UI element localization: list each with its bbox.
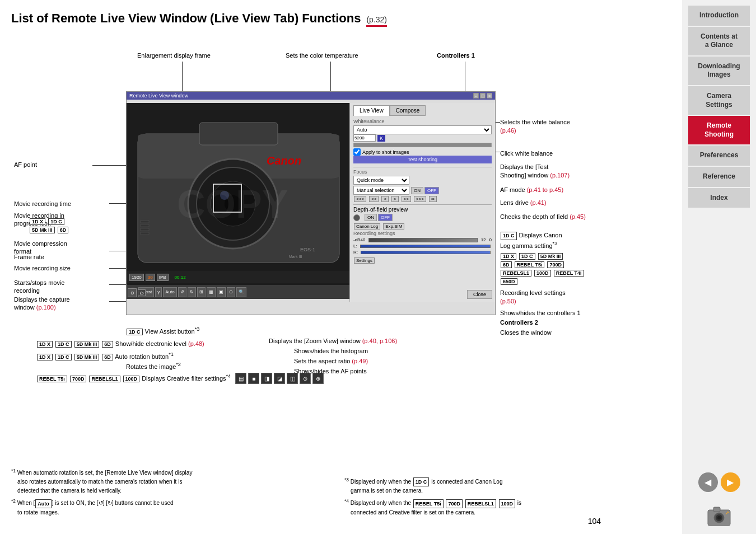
ann-frame-rate: Frame rate xyxy=(14,254,44,260)
nav-arrows: ◀ ▶ xyxy=(698,472,740,492)
rot-ccw-btn[interactable]: ↺ xyxy=(178,287,186,297)
sidebar-btn-introduction[interactable]: Introduction xyxy=(688,6,750,26)
dof-section: Depth-of-field preview ON OFF xyxy=(353,207,492,221)
cf-icon-5[interactable]: ◫ xyxy=(287,373,298,384)
wb-select[interactable]: Auto xyxy=(353,125,492,134)
lens-near3-btn[interactable]: >> xyxy=(402,196,411,202)
rec-r-row: R: xyxy=(353,250,492,255)
rec-l-label: L: xyxy=(353,243,357,249)
sidebar-btn-preferences[interactable]: Preferences xyxy=(688,146,750,166)
apply-to-shot-checkbox[interactable] xyxy=(353,148,361,156)
dof-circle-icon xyxy=(353,214,360,221)
cf-icon-3[interactable]: ◨ xyxy=(261,373,272,384)
cf-icon-6[interactable]: ⊙ xyxy=(300,373,311,384)
ann-closes-window: Closes the window xyxy=(500,329,552,336)
sidebar-btn-index[interactable]: Index xyxy=(688,188,750,208)
badge-6d-rec: 6D xyxy=(58,227,69,233)
cf-icon-4[interactable]: ◪ xyxy=(274,373,285,384)
separator-2 xyxy=(353,204,492,205)
quick-mode-select[interactable]: Quick mode xyxy=(353,176,409,185)
lens-far-btn[interactable]: <<< xyxy=(354,196,366,202)
wb-slider[interactable] xyxy=(353,143,492,147)
nav-prev-btn[interactable]: ◀ xyxy=(698,472,718,492)
top-label-color-temp: Sets the color temperature xyxy=(286,52,358,59)
sidebar-btn-contents[interactable]: Contents ata Glance xyxy=(688,27,750,55)
badge-700d-r: 700D xyxy=(547,261,564,268)
camera-body-area: Canon EOS-1 Mark III COPY xyxy=(132,117,345,274)
af-pts-btn[interactable]: ▦ xyxy=(207,287,216,297)
folder-icon[interactable]: 🗁 xyxy=(138,289,146,296)
ann-1dc-models-row3: REBELSL1 100D REBEL T4i xyxy=(500,269,585,277)
manual-sel-select[interactable]: Manual selection xyxy=(353,186,409,195)
page-number: 104 xyxy=(588,517,601,526)
rec-settings-label: Recording settings xyxy=(353,231,492,236)
cf-icon-2[interactable]: ■ xyxy=(248,373,259,384)
dof-label: Depth-of-field preview xyxy=(353,207,408,213)
window-title: Remote Live View window xyxy=(129,93,473,99)
maximize-btn[interactable]: □ xyxy=(480,93,486,99)
wb-temp-input[interactable] xyxy=(353,134,376,142)
panel-close-btn[interactable]: Close xyxy=(467,290,492,299)
recording-size-bar: 1920 30 IPB 00:12 xyxy=(127,271,351,283)
page-title: List of Remote Live View Window (Live Vi… xyxy=(11,11,671,27)
focus-onoff: ON OFF xyxy=(411,187,439,194)
badge-auto-fn2: Auto xyxy=(35,499,52,508)
ann-capture-window: Displays the capturewindow (p.100) xyxy=(14,296,70,312)
bottom-left-icons: ⊙ 🗁 xyxy=(128,288,146,297)
lens-near2-btn[interactable]: > xyxy=(391,196,399,202)
badge-6d-r2: 6D xyxy=(501,261,512,268)
rot-cw-btn[interactable]: ↻ xyxy=(188,287,196,297)
lens-far2-btn[interactable]: << xyxy=(369,196,379,202)
focus-on-btn[interactable]: ON xyxy=(411,187,423,194)
focus-off-btn[interactable]: OFF xyxy=(424,187,439,194)
test-shooting-btn[interactable]: Test shooting xyxy=(353,156,492,163)
lens-near-btn[interactable]: < xyxy=(381,196,389,202)
dof-off-btn[interactable]: OFF xyxy=(378,214,393,221)
badge-5dmk3-ar: 5D Mk III xyxy=(74,354,100,360)
close-window-btn[interactable]: × xyxy=(487,93,492,99)
rec-level-bar-rr xyxy=(361,251,491,254)
auto-rot-btn[interactable]: Auto xyxy=(163,287,176,297)
cf-icon-1[interactable]: ▤ xyxy=(235,373,246,384)
ann-zoom-view: Displays the [Zoom View] window (p.40, p… xyxy=(269,338,397,344)
lens-near4-btn[interactable]: >>> xyxy=(414,196,426,202)
rec-zero-val: 0 xyxy=(489,237,492,242)
title-text: List of Remote Live View Window (Live Vi… xyxy=(11,11,361,26)
svg-rect-14 xyxy=(141,228,149,231)
wb-k-btn[interactable]: K xyxy=(377,135,385,142)
canon-log-btn[interactable]: Canon Log xyxy=(354,223,380,229)
capture-icon[interactable]: ⊙ xyxy=(128,288,137,297)
lens-inf-btn[interactable]: ∞ xyxy=(429,196,437,202)
dof-onoff-row: ON OFF xyxy=(353,214,492,221)
aspect-btn[interactable]: ⊞ xyxy=(197,287,206,297)
sidebar-btn-downloading[interactable]: DownloadingImages xyxy=(688,57,750,85)
main-content: List of Remote Live View Window (Live Vi… xyxy=(0,0,682,534)
ann-controllers2: Controllers 2 xyxy=(500,319,538,326)
sidebar-btn-reference[interactable]: Reference xyxy=(688,167,750,187)
line-enlargement xyxy=(182,62,183,95)
tab-live-view[interactable]: Live View xyxy=(353,105,390,116)
camera-window: Remote Live View window - □ × xyxy=(126,91,496,315)
badge-1dc-log: 1D C xyxy=(501,232,517,240)
cf-icon-7[interactable]: ⊕ xyxy=(312,373,324,384)
badge-1dc-fn3: 1D C xyxy=(413,477,430,486)
zoom-btn[interactable]: 🔍 xyxy=(236,287,246,297)
rec-level-bar-r xyxy=(360,245,491,248)
capture-btn[interactable]: ⊙ xyxy=(227,287,235,297)
sidebar-btn-remote-shooting[interactable]: RemoteShooting xyxy=(688,116,750,144)
rec-pos-val: 12 xyxy=(481,237,486,242)
line-rec-size xyxy=(109,268,126,269)
settings-btn[interactable]: Settings xyxy=(354,257,375,264)
tab-compose[interactable]: Compose xyxy=(390,105,426,116)
ann-canon-log: 1D C Displays CanonLog gamma setting*3 xyxy=(500,231,562,250)
ann-aspect: Sets the aspect ratio (p.49) xyxy=(294,358,368,364)
nav-next-btn[interactable]: ▶ xyxy=(721,472,740,492)
gamma-btn[interactable]: γ xyxy=(155,287,162,297)
badge-1dc-ar: 1D C xyxy=(55,354,72,360)
exp-sim-btn[interactable]: Exp.SIM xyxy=(383,223,404,229)
histogram-btn[interactable]: ▣ xyxy=(217,287,226,297)
minimize-btn[interactable]: - xyxy=(473,93,479,99)
sidebar-btn-camera-settings[interactable]: CameraSettings xyxy=(688,86,750,115)
dof-on-btn[interactable]: ON xyxy=(365,214,377,221)
svg-text:Mark III: Mark III xyxy=(289,255,302,259)
